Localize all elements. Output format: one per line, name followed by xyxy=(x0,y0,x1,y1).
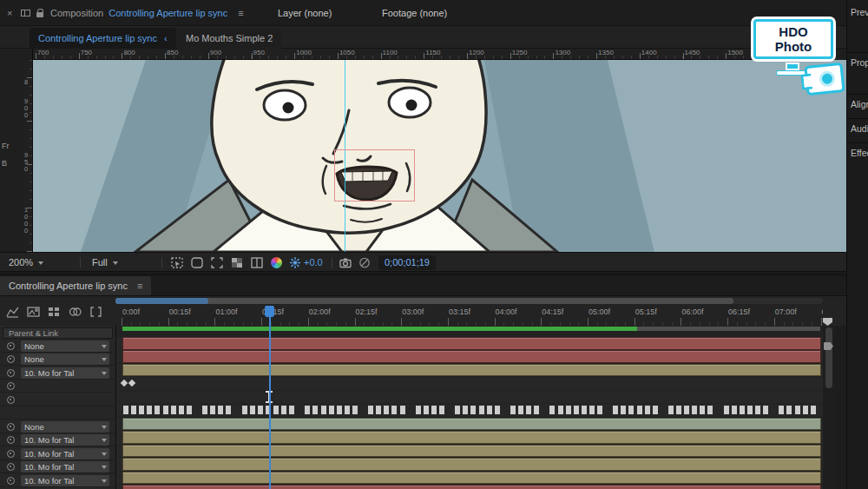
comp-tab-active[interactable]: Controlling Aperture lip sync‹ xyxy=(30,28,176,49)
sequence-keyframe[interactable] xyxy=(534,406,539,414)
layer-duration-bar[interactable] xyxy=(122,472,821,485)
timecode-display[interactable]: 0;00;01;19 xyxy=(378,255,436,270)
parent-link-header[interactable]: Parent & Link xyxy=(3,327,113,339)
parent-select[interactable]: 10. Mo for Tal xyxy=(21,475,109,486)
sequence-keyframe[interactable] xyxy=(597,406,602,414)
sequence-keyframe[interactable] xyxy=(123,406,128,414)
keyframe-diamond[interactable] xyxy=(121,380,128,387)
sequence-keyframe[interactable] xyxy=(321,406,326,414)
pick-whip-icon[interactable] xyxy=(7,463,15,471)
sequence-keyframe[interactable] xyxy=(439,406,444,414)
docked-panel-tab[interactable]: Prop xyxy=(851,57,868,68)
parent-select[interactable]: 10. Mo for Tal xyxy=(21,461,109,472)
transparency-grid-icon[interactable] xyxy=(230,256,244,269)
sequence-keyframe[interactable] xyxy=(179,406,184,414)
layer-duration-bar[interactable] xyxy=(122,418,821,431)
sequence-keyframe[interactable] xyxy=(732,406,737,414)
region-of-interest-icon[interactable] xyxy=(210,256,224,269)
sequence-keyframe[interactable] xyxy=(779,406,784,414)
close-panel-icon[interactable]: × xyxy=(7,0,12,26)
footage-tab[interactable]: Footage (none) xyxy=(382,0,447,26)
sequence-keyframe[interactable] xyxy=(724,406,729,414)
sequence-keyframe[interactable] xyxy=(692,406,697,414)
layer-duration-bar[interactable] xyxy=(122,350,821,363)
panel-menu-icon[interactable]: ≡ xyxy=(238,8,243,18)
sequence-keyframe[interactable] xyxy=(352,406,358,414)
sequence-keyframe[interactable] xyxy=(668,406,674,414)
sequence-keyframe[interactable] xyxy=(258,406,263,414)
docked-panel-tab[interactable]: Prev xyxy=(851,7,868,17)
layer-duration-bar[interactable] xyxy=(122,445,821,458)
view-layout-icon[interactable] xyxy=(250,256,264,269)
sequence-keyframe[interactable] xyxy=(368,406,373,414)
sequence-keyframe[interactable] xyxy=(495,406,500,414)
panel-dock-icon[interactable] xyxy=(21,10,30,17)
sequence-keyframe[interactable] xyxy=(479,406,484,414)
sequence-keyframe[interactable] xyxy=(803,406,808,414)
parent-select[interactable]: None xyxy=(21,354,109,365)
show-snapshot-icon[interactable] xyxy=(358,256,372,269)
sequence-keyframe[interactable] xyxy=(391,406,397,414)
sequence-keyframe[interactable] xyxy=(273,406,279,414)
layer-tab[interactable]: Layer (none) xyxy=(278,0,332,26)
layer-duration-bar[interactable] xyxy=(122,431,821,444)
magnification-select[interactable]: 200% xyxy=(3,255,49,270)
sequence-keyframe[interactable] xyxy=(700,406,705,414)
sequence-keyframe[interactable] xyxy=(163,406,168,414)
color-management-icon[interactable] xyxy=(271,257,282,268)
sequence-keyframe[interactable] xyxy=(628,406,634,414)
sequence-keyframe[interactable] xyxy=(558,406,563,414)
layer-switches-icon[interactable] xyxy=(47,305,62,319)
sequence-keyframe[interactable] xyxy=(281,406,286,414)
pick-whip-icon[interactable] xyxy=(7,423,15,431)
panel-menu-icon[interactable]: ≡ xyxy=(137,281,142,291)
pick-whip-icon[interactable] xyxy=(7,436,15,444)
parent-select[interactable]: None xyxy=(21,340,109,352)
keyframe-diamond[interactable] xyxy=(128,380,135,387)
sequence-keyframe[interactable] xyxy=(242,406,247,414)
sequence-keyframe[interactable] xyxy=(653,406,658,414)
sequence-keyframe[interactable] xyxy=(250,406,255,414)
sequence-keyframe[interactable] xyxy=(518,406,523,414)
timeline-tab[interactable]: Controlling Aperture lip sync ≡ xyxy=(0,276,151,295)
sequence-keyframe[interactable] xyxy=(786,406,792,414)
layer-duration-bar[interactable] xyxy=(122,364,821,377)
pick-whip-icon[interactable] xyxy=(7,355,15,363)
sequence-keyframe[interactable] xyxy=(645,406,650,414)
lock-icon[interactable] xyxy=(36,12,43,17)
selection-region-icon[interactable] xyxy=(170,256,184,269)
sequence-keyframe[interactable] xyxy=(740,406,745,414)
pick-whip-icon[interactable] xyxy=(7,382,15,390)
vertical-ruler[interactable]: 89 0 09 5 01 0 0 0 xyxy=(23,60,32,252)
parent-select[interactable]: 10. Mo for Tal xyxy=(21,434,109,446)
pick-whip-icon[interactable] xyxy=(7,396,15,404)
parent-select[interactable]: 10. Mo for Tal xyxy=(21,448,109,459)
sequence-keyframe[interactable] xyxy=(487,406,492,414)
sequence-keyframe[interactable] xyxy=(637,406,642,414)
sequence-keyframe[interactable] xyxy=(131,406,136,414)
sequence-keyframe[interactable] xyxy=(431,406,437,414)
sequence-keyframe[interactable] xyxy=(470,406,476,414)
mask-toggle-icon[interactable] xyxy=(190,256,204,269)
current-time-indicator-head[interactable] xyxy=(265,306,274,317)
parent-select[interactable]: 10. Mo for Tal xyxy=(21,367,109,379)
sequence-keyframe[interactable] xyxy=(345,406,350,414)
layer-duration-bar[interactable] xyxy=(122,337,821,350)
sequence-keyframe[interactable] xyxy=(707,406,713,414)
sequence-keyframe[interactable] xyxy=(139,406,144,414)
sequence-keyframe[interactable] xyxy=(526,406,531,414)
sequence-keyframe[interactable] xyxy=(218,406,223,414)
time-navigator-handle[interactable] xyxy=(115,298,208,304)
graph-editor-icon[interactable] xyxy=(5,305,20,319)
sequence-keyframe[interactable] xyxy=(566,406,571,414)
parent-select[interactable]: None xyxy=(21,421,109,433)
sequence-keyframe[interactable] xyxy=(147,406,152,414)
composition-thumbnail-icon[interactable] xyxy=(26,305,41,319)
sequence-keyframe[interactable] xyxy=(463,406,468,414)
sequence-keyframe[interactable] xyxy=(187,406,192,414)
comp-tab-inactive[interactable]: Mo Mouths Simple 2 xyxy=(177,28,281,49)
sequence-keyframe[interactable] xyxy=(510,406,516,414)
sequence-keyframe[interactable] xyxy=(376,406,381,414)
sequence-keyframe[interactable] xyxy=(312,406,318,414)
sequence-keyframe[interactable] xyxy=(400,406,405,414)
